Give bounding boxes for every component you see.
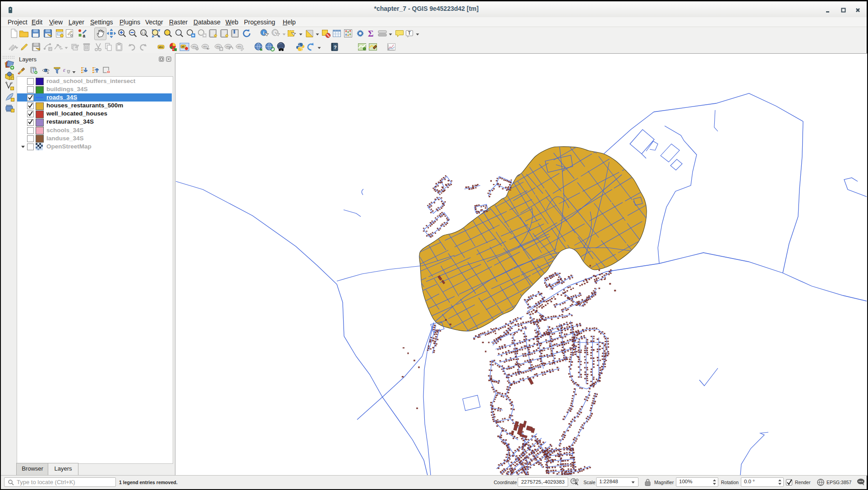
svg-text:abc: abc [192,45,196,48]
svg-text:Σ: Σ [368,29,373,38]
svg-text:abc: abc [159,45,164,48]
svg-text:i: i [263,30,264,35]
svg-text:T: T [408,31,411,36]
svg-text:1:1: 1:1 [142,31,146,34]
svg-text:abc: abc [203,45,207,48]
svg-text:ab: ab [182,45,185,48]
svg-text:?: ? [334,45,337,50]
svg-text:a: a [83,33,86,38]
svg-text:abc: abc [237,45,241,48]
svg-text:ε: ε [63,66,66,73]
